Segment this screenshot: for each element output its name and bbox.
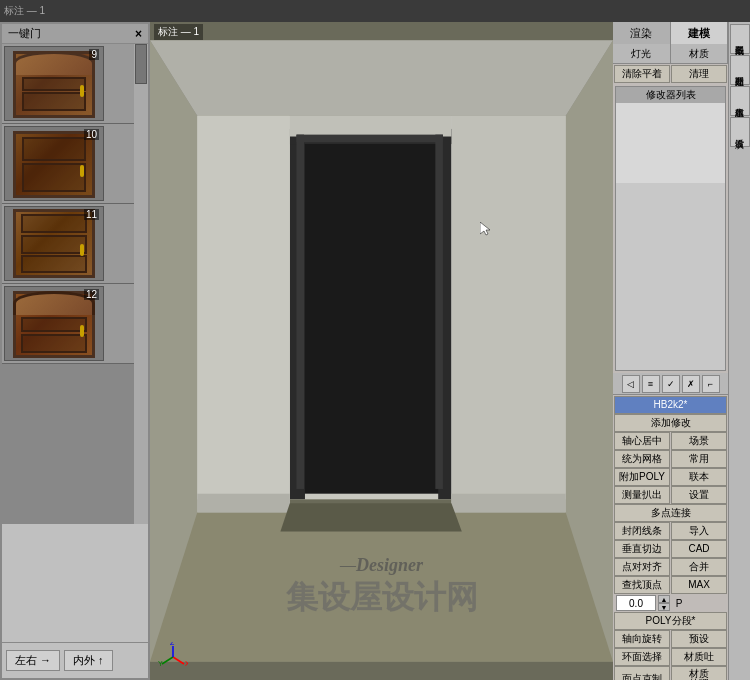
tab-material[interactable]: 材质 <box>671 44 729 63</box>
spin-up-btn[interactable]: ▲ <box>658 595 670 603</box>
svg-rect-15 <box>451 494 565 513</box>
spin-down-btn[interactable]: ▼ <box>658 603 670 611</box>
tab-light[interactable]: 灯光 <box>613 44 671 63</box>
room-scene <box>150 22 613 680</box>
scene-shot-btn[interactable]: 场景截图 <box>730 24 750 54</box>
svg-line-21 <box>173 657 184 664</box>
center-viewport[interactable]: —Designer 集设屋设计网 标注 — 1 X Y Z <box>150 22 613 680</box>
angle-icon[interactable]: ⌐ <box>702 375 720 393</box>
top-toolbar: 标注 — 1 <box>0 0 750 22</box>
lr-button[interactable]: 左右 → <box>6 650 60 671</box>
version-info-btn[interactable]: 版本信息 <box>730 86 750 116</box>
face-ctrl-btn[interactable]: 面点克制 <box>614 666 670 680</box>
viewport-label: 标注 — 1 <box>154 24 203 40</box>
scrollbar-thumb[interactable] <box>135 44 147 84</box>
door-thumbnail: 11 <box>4 206 104 281</box>
tab-render[interactable]: 渲染 <box>613 22 671 44</box>
door-number: 11 <box>84 209 99 220</box>
lines-icon[interactable]: ≡ <box>642 375 660 393</box>
door-thumbnail: 12 <box>4 286 104 361</box>
scene2-btn[interactable]: 场景 <box>671 432 727 450</box>
left-panel-title: 一键门 × <box>2 24 148 44</box>
hb2k2-btn[interactable]: HB2k2* <box>614 396 727 414</box>
merge-btn[interactable]: 合并 <box>671 558 727 576</box>
max-btn[interactable]: MAX <box>671 576 727 594</box>
door-thumbnail: 9 <box>4 46 104 121</box>
svg-rect-12 <box>451 116 565 500</box>
import-btn[interactable]: 导入 <box>671 522 727 540</box>
door-list[interactable]: 9 10 <box>2 44 148 524</box>
multi-connect-btn[interactable]: 多点连接 <box>614 504 727 522</box>
svg-rect-11 <box>197 116 290 500</box>
main-layout: 一键门 × 9 <box>0 22 750 680</box>
door-number: 10 <box>84 129 99 140</box>
clean-btn[interactable]: 清除平着 <box>614 65 670 83</box>
poly-seg-btn[interactable]: POLY分段* <box>614 612 727 630</box>
left-panel-bottom: 左右 → 内外 ↑ <box>2 642 148 678</box>
preset-btn[interactable]: 预设 <box>671 630 727 648</box>
axes-indicator: X Y Z <box>158 642 188 672</box>
svg-marker-5 <box>150 40 613 116</box>
modifier-list-title: 修改器列表 <box>616 87 725 103</box>
attach-poly-btn[interactable]: 附加POLY <box>614 468 670 486</box>
mat-process-btn[interactable]: 材质处理 <box>671 666 727 680</box>
to-mesh-btn[interactable]: 统为网格 <box>614 450 670 468</box>
list-item[interactable]: 12 <box>2 284 148 364</box>
texture-process-btn[interactable]: 贴图处理 <box>730 55 750 85</box>
svg-line-23 <box>162 657 173 664</box>
mat-apply-btn[interactable]: 材质吐 <box>671 648 727 666</box>
num-input-row: ▲ ▼ P <box>614 594 727 612</box>
arrow-left-icon[interactable]: ◁ <box>622 375 640 393</box>
settings-btn[interactable]: 设置 <box>671 486 727 504</box>
svg-marker-2 <box>150 513 613 662</box>
svg-marker-16 <box>280 503 461 531</box>
svg-rect-10 <box>290 116 452 137</box>
num-spinner: ▲ ▼ <box>658 595 670 611</box>
modifier-list-area[interactable]: 修改器列表 <box>615 86 726 371</box>
svg-rect-14 <box>197 494 290 513</box>
scene-btn[interactable]: 清理 <box>671 65 727 83</box>
axis-center-btn[interactable]: 轴心居中 <box>614 432 670 450</box>
far-right-panel: 场景截图 贴图处理 版本信息 演设看 <box>728 22 750 680</box>
svg-rect-19 <box>296 135 442 143</box>
cad-btn[interactable]: CAD <box>671 540 727 558</box>
svg-rect-18 <box>435 135 443 489</box>
right-top-tabs: 渲染 建模 <box>613 22 728 44</box>
right-combined: 渲染 建模 灯光 材质 清除平着 清理 修改器列表 ◁ ≡ <box>613 22 750 680</box>
close-icon[interactable]: × <box>135 27 142 41</box>
check-icon[interactable]: ✓ <box>662 375 680 393</box>
p-label: P <box>672 596 686 610</box>
link-btn[interactable]: 联本 <box>671 468 727 486</box>
demo-view-btn[interactable]: 演设看 <box>730 117 750 147</box>
vert-cut-btn[interactable]: 垂直切边 <box>614 540 670 558</box>
axis-rotate-btn[interactable]: 轴向旋转 <box>614 630 670 648</box>
svg-marker-20 <box>480 222 490 235</box>
cursor <box>480 222 494 236</box>
panel-title-label: 一键门 <box>8 26 41 41</box>
close-line-btn[interactable]: 封闭线条 <box>614 522 670 540</box>
common-btn[interactable]: 常用 <box>671 450 727 468</box>
right-panel: 渲染 建模 灯光 材质 清除平着 清理 修改器列表 ◁ ≡ <box>613 22 728 680</box>
measure-btn[interactable]: 测量扒出 <box>614 486 670 504</box>
list-item[interactable]: 11 <box>2 204 148 284</box>
list-item[interactable]: 9 <box>2 44 148 124</box>
door-number: 12 <box>84 289 99 300</box>
value-input[interactable] <box>616 595 656 611</box>
svg-rect-6 <box>296 135 442 494</box>
tab-model[interactable]: 建模 <box>671 22 729 44</box>
svg-text:Z: Z <box>170 642 175 646</box>
toolbar-label: 标注 — 1 <box>4 4 45 18</box>
svg-rect-17 <box>296 135 304 489</box>
inout-button[interactable]: 内外 ↑ <box>64 650 113 671</box>
x-icon[interactable]: ✗ <box>682 375 700 393</box>
door-thumbnail: 10 <box>4 126 104 201</box>
svg-text:X: X <box>185 660 188 667</box>
find-vertex-btn[interactable]: 查找顶点 <box>614 576 670 594</box>
door-number: 9 <box>89 49 99 60</box>
torus-select-btn[interactable]: 环面选择 <box>614 648 670 666</box>
scrollbar[interactable] <box>134 44 148 524</box>
right-icons-row: ◁ ≡ ✓ ✗ ⌐ <box>613 373 728 395</box>
add-modify-btn[interactable]: 添加修改 <box>614 414 727 432</box>
point-align-btn[interactable]: 点对对齐 <box>614 558 670 576</box>
list-item[interactable]: 10 <box>2 124 148 204</box>
